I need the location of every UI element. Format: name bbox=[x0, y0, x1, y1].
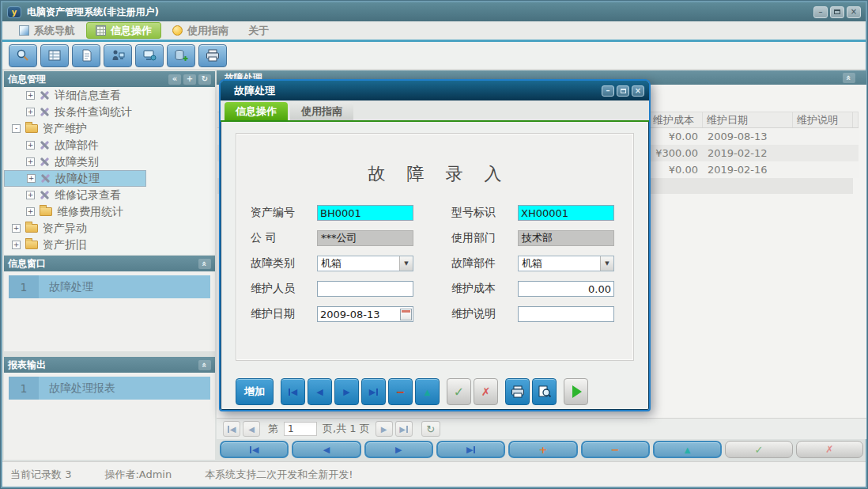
tree-item-repair-records[interactable]: + 维修记录查看 bbox=[4, 187, 215, 203]
grid-cancel-button[interactable]: ✗ bbox=[796, 441, 863, 458]
table-view-button[interactable] bbox=[40, 44, 69, 67]
cell-desc bbox=[793, 145, 853, 161]
chevron-down-icon[interactable]: ▼ bbox=[600, 256, 613, 271]
expand-icon[interactable]: + bbox=[26, 157, 35, 166]
collapse-up-icon[interactable]: « bbox=[843, 73, 855, 83]
tree-item-label: 故障类别 bbox=[55, 155, 99, 169]
table-header-desc[interactable]: 维护说明 bbox=[793, 112, 853, 127]
print-button[interactable] bbox=[505, 378, 530, 405]
dialog-tab-info-operation[interactable]: 信息操作 bbox=[225, 102, 288, 120]
tree-item-query-stats[interactable]: + 按条件查询统计 bbox=[4, 104, 215, 120]
dialog-tabbar: 信息操作 使用指南 bbox=[221, 100, 649, 122]
add-record-button[interactable]: 增加 bbox=[236, 378, 274, 405]
department-label: 使用部门 bbox=[451, 231, 518, 245]
user-computer-button[interactable] bbox=[104, 44, 132, 67]
tree-item-fault-category[interactable]: + 故障类别 bbox=[4, 154, 215, 170]
page-number-input[interactable] bbox=[284, 422, 317, 436]
grid-first-button[interactable]: ◀ bbox=[220, 441, 289, 458]
collapse-up-icon[interactable]: « bbox=[198, 259, 211, 269]
cost-input[interactable] bbox=[518, 281, 614, 297]
preview-button[interactable] bbox=[532, 378, 557, 405]
folder-icon bbox=[40, 207, 52, 216]
dialog-close-button[interactable]: × bbox=[632, 85, 644, 97]
save-button[interactable]: ✓ bbox=[447, 378, 471, 405]
maintainer-input[interactable] bbox=[317, 281, 413, 297]
expand-icon[interactable]: + bbox=[12, 241, 21, 249]
grid-prev-button[interactable]: ◀ bbox=[292, 441, 360, 458]
collapse-up-icon[interactable]: « bbox=[198, 360, 211, 370]
last-record-button[interactable]: ▶ bbox=[361, 378, 386, 405]
expand-icon[interactable]: + bbox=[26, 207, 35, 216]
cancel-button[interactable]: ✗ bbox=[474, 378, 498, 405]
table-header-cost[interactable]: 维护成本 bbox=[649, 112, 703, 127]
tab-system-nav[interactable]: 系统导航 bbox=[10, 22, 84, 39]
tree-item-asset-change[interactable]: + 资产异动 bbox=[4, 220, 215, 237]
chevron-down-icon[interactable]: ▼ bbox=[399, 256, 413, 271]
fault-entry-form: 故 障 录 入 资产编号 型号标识 公 司 ***公司 bbox=[236, 133, 634, 361]
next-record-button[interactable]: ▶ bbox=[334, 378, 359, 405]
page-first-button[interactable]: ◀ bbox=[223, 421, 240, 437]
expand-icon[interactable]: + bbox=[26, 108, 35, 116]
tree-item-label: 维修记录查看 bbox=[55, 188, 121, 203]
edit-record-button[interactable]: ▲ bbox=[415, 378, 440, 405]
dialog-restore-button[interactable] bbox=[617, 85, 629, 97]
tree-item-asset-depreciation[interactable]: + 资产折旧 bbox=[4, 237, 215, 253]
row-label: 故障处理 bbox=[39, 275, 210, 298]
run-button[interactable] bbox=[564, 378, 588, 405]
list-item-fault-report[interactable]: 1 故障处理报表 bbox=[9, 377, 210, 400]
search-button[interactable] bbox=[9, 44, 37, 67]
minimize-button[interactable]: – bbox=[813, 6, 828, 18]
fault-category-select[interactable]: 机箱 ▼ bbox=[317, 256, 413, 271]
grid-delete-button[interactable]: − bbox=[581, 441, 650, 458]
grid-edit-button[interactable]: ▲ bbox=[653, 441, 722, 458]
close-button[interactable]: × bbox=[847, 6, 861, 18]
panel-header-info-management: 信息管理 « + ↻ bbox=[4, 71, 215, 87]
restore-button[interactable] bbox=[830, 6, 844, 18]
database-add-button[interactable] bbox=[167, 44, 195, 67]
grid-save-button[interactable]: ✓ bbox=[725, 441, 792, 458]
add-icon[interactable]: + bbox=[183, 74, 196, 85]
prev-record-button[interactable]: ◀ bbox=[308, 378, 332, 405]
grid-add-button[interactable]: + bbox=[508, 441, 577, 458]
printer-button[interactable] bbox=[198, 44, 227, 67]
expand-icon[interactable]: + bbox=[12, 224, 21, 233]
refresh-icon[interactable]: ↻ bbox=[198, 74, 211, 85]
dialog-minimize-button[interactable]: – bbox=[602, 85, 614, 97]
expand-icon[interactable]: + bbox=[26, 141, 35, 150]
page-refresh-button[interactable]: ↻ bbox=[421, 421, 440, 437]
grid-last-button[interactable]: ▶ bbox=[436, 441, 505, 458]
document-button[interactable] bbox=[72, 44, 100, 67]
tab-about[interactable]: 关于 bbox=[240, 22, 277, 39]
table-header-date[interactable]: 维护日期 bbox=[703, 112, 793, 127]
calendar-icon[interactable] bbox=[400, 309, 412, 320]
expand-icon[interactable]: + bbox=[27, 174, 36, 183]
collapse-left-icon[interactable]: « bbox=[168, 74, 181, 85]
delete-record-button[interactable]: − bbox=[388, 378, 413, 405]
tab-user-guide[interactable]: 使用指南 bbox=[164, 22, 237, 39]
tree-item-fault-parts[interactable]: + 故障部件 bbox=[4, 137, 215, 154]
tree-item-repair-cost-stats[interactable]: + 维修费用统计 bbox=[4, 203, 215, 220]
cell-date: 2009-08-13 bbox=[703, 128, 793, 145]
collapse-icon[interactable]: - bbox=[12, 124, 21, 133]
note-input[interactable] bbox=[518, 306, 614, 322]
page-next-button[interactable]: ▶ bbox=[376, 421, 393, 437]
tree-item-asset-maintenance[interactable]: - 资产维护 bbox=[4, 120, 215, 137]
tree-item-fault-handling[interactable]: + 故障处理 bbox=[4, 170, 146, 187]
tree-item-detail-view[interactable]: + 详细信息查看 bbox=[4, 87, 215, 104]
dialog-tab-user-guide[interactable]: 使用指南 bbox=[290, 102, 353, 120]
page-prev-button[interactable]: ◀ bbox=[243, 421, 260, 437]
maintain-date-input[interactable] bbox=[318, 309, 400, 320]
model-id-input[interactable] bbox=[518, 205, 614, 221]
first-record-button[interactable]: ◀ bbox=[281, 378, 305, 405]
asset-no-input[interactable] bbox=[317, 205, 413, 221]
expand-icon[interactable]: + bbox=[26, 191, 35, 199]
expand-icon[interactable]: + bbox=[26, 91, 35, 100]
tree-item-label: 维修费用统计 bbox=[57, 205, 123, 219]
monitor-button[interactable] bbox=[135, 44, 164, 67]
grid-next-button[interactable]: ▶ bbox=[364, 441, 433, 458]
list-item-fault-handling[interactable]: 1 故障处理 bbox=[9, 275, 210, 298]
page-last-button[interactable]: ▶ bbox=[395, 421, 413, 437]
tab-info-operation[interactable]: 信息操作 bbox=[86, 22, 161, 39]
dialog-titlebar: 故障处理 – × bbox=[221, 81, 649, 100]
fault-part-select[interactable]: 机箱 ▼ bbox=[518, 256, 614, 271]
